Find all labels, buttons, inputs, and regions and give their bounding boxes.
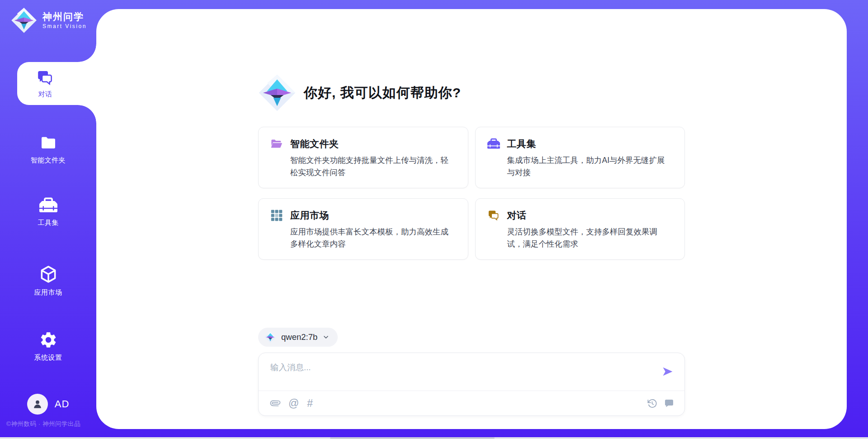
gear-icon <box>39 330 58 349</box>
user-account[interactable]: AD <box>0 394 96 415</box>
card-description: 智能文件夹功能支持批量文件上传与清洗，轻松实现文件问答 <box>290 154 456 178</box>
brand-name: 神州问学 <box>42 11 87 22</box>
paperclip-icon <box>268 396 282 410</box>
tab-curve-bottom <box>78 105 96 123</box>
user-initials: AD <box>55 398 70 410</box>
folder-open-icon <box>270 138 283 150</box>
send-button[interactable] <box>661 365 675 378</box>
chat-bubble-icon <box>664 398 675 409</box>
toolbox-icon <box>487 138 500 150</box>
scrollbar-thumb[interactable] <box>330 437 495 439</box>
card-toolset[interactable]: 工具集 集成市场上主流工具，助力AI与外界无缝扩展与对接 <box>475 127 685 188</box>
sidebar-item-tools[interactable]: 工具集 <box>0 196 96 227</box>
card-smart-folders[interactable]: 智能文件夹 智能文件夹功能支持批量文件上传与清洗，轻松实现文件问答 <box>258 127 468 188</box>
main-panel: 你好, 我可以如何帮助你? 智能文件夹 智能文件夹功能支持批量文件上传与清洗，轻… <box>96 9 847 429</box>
chevron-down-icon <box>322 334 330 341</box>
toolbox-icon <box>39 196 57 215</box>
horizontal-scrollbar[interactable] <box>0 437 868 439</box>
sidebar-item-label: 系统设置 <box>34 353 62 362</box>
folder-icon <box>39 134 58 152</box>
card-app-market[interactable]: 应用市场 应用市场提供丰富长文本模板，助力高效生成多样化文章内容 <box>258 198 468 260</box>
hash-icon: # <box>307 398 313 409</box>
sidebar-item-label: 工具集 <box>38 219 59 227</box>
mention-button[interactable]: @ <box>288 398 299 409</box>
topic-button[interactable]: # <box>307 398 313 409</box>
card-chat[interactable]: 对话 灵活切换多模型文件，支持多样回复效果调试，满足个性化需求 <box>475 198 685 260</box>
sidebar-item-settings[interactable]: 系统设置 <box>0 330 96 362</box>
greeting-logo-icon <box>258 74 296 112</box>
card-title: 对话 <box>507 209 527 222</box>
model-selector[interactable]: qwen2:7b <box>258 328 338 347</box>
attach-file-button[interactable] <box>270 398 280 408</box>
copyright-text: ©神州数码 · 神州问学出品 <box>6 420 80 428</box>
message-input[interactable] <box>259 353 684 391</box>
sidebar-item-chat-active[interactable]: 对话 <box>17 62 96 105</box>
apps-grid-icon <box>270 209 283 222</box>
card-title: 应用市场 <box>290 209 329 222</box>
brand: 神州问学 Smart Vision <box>11 7 87 33</box>
sidebar-item-folders[interactable]: 智能文件夹 <box>0 134 96 165</box>
composer: qwen2:7b <box>258 328 685 416</box>
sidebar-item-label: 智能文件夹 <box>31 156 66 165</box>
sidebar: 神州问学 Smart Vision 对话 智能文件夹 <box>0 0 96 439</box>
sidebar-item-label: 对话 <box>38 90 52 99</box>
at-icon: @ <box>288 398 299 409</box>
card-description: 应用市场提供丰富长文本模板，助力高效生成多样化文章内容 <box>290 226 456 250</box>
model-name: qwen2:7b <box>281 332 317 342</box>
avatar <box>27 394 48 415</box>
card-description: 集成市场上主流工具，助力AI与外界无缝扩展与对接 <box>507 154 673 178</box>
brand-logo-icon <box>11 7 37 33</box>
card-description: 灵活切换多模型文件，支持多样回复效果调试，满足个性化需求 <box>507 226 673 250</box>
feature-cards: 智能文件夹 智能文件夹功能支持批量文件上传与清洗，轻松实现文件问答 工具集 集成… <box>258 127 685 260</box>
chat-bubbles-icon <box>36 69 54 87</box>
model-logo-icon <box>264 331 276 343</box>
conversation-button[interactable] <box>664 398 675 409</box>
card-title: 智能文件夹 <box>290 138 339 150</box>
history-button[interactable] <box>647 398 657 409</box>
sidebar-item-apps[interactable]: 应用市场 <box>0 264 96 297</box>
brand-tagline: Smart Vision <box>42 23 87 29</box>
cube-icon <box>38 264 58 284</box>
card-title: 工具集 <box>507 138 537 150</box>
sidebar-item-label: 应用市场 <box>34 288 62 297</box>
app-screen: 神州问学 Smart Vision 对话 智能文件夹 <box>0 0 868 439</box>
greeting: 你好, 我可以如何帮助你? <box>258 74 685 112</box>
person-icon <box>32 398 43 410</box>
greeting-title: 你好, 我可以如何帮助你? <box>304 84 461 102</box>
message-input-box: @ # <box>258 353 685 416</box>
chat-bubbles-icon <box>487 209 500 222</box>
tab-curve-top <box>78 44 96 62</box>
history-icon <box>647 398 657 409</box>
send-icon <box>661 365 674 378</box>
